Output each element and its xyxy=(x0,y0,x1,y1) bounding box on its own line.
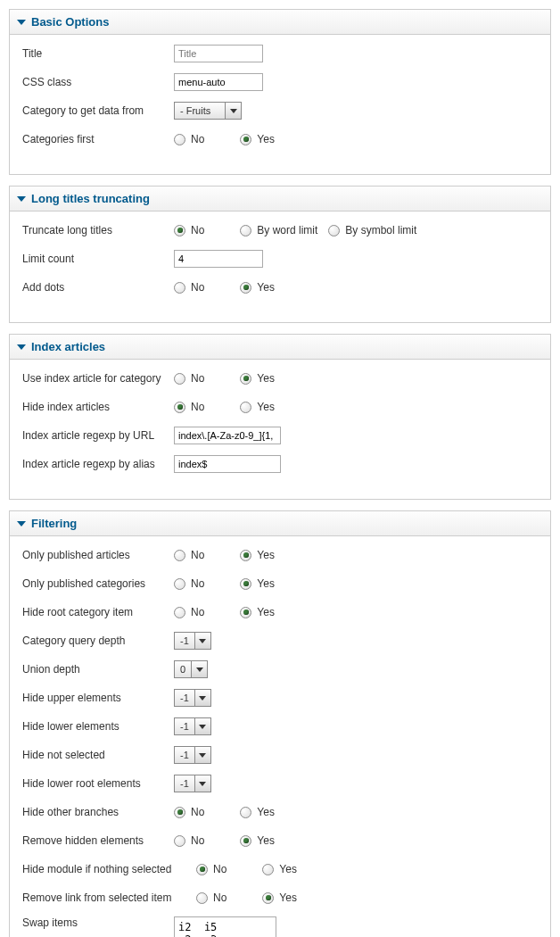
panel-header-basic[interactable]: Basic Options xyxy=(10,10,550,35)
label-hide-module: Hide module if nothing selected xyxy=(22,863,196,875)
radio-label-no: No xyxy=(213,891,226,904)
label-hide-lower-root: Hide lower root elements xyxy=(22,777,174,790)
panel-header-truncate[interactable]: Long titles truncating xyxy=(10,187,550,211)
radio-label-yes: Yes xyxy=(279,863,297,875)
label-categories-first: Categories first xyxy=(22,133,174,145)
title-input[interactable] xyxy=(174,45,263,62)
radio-remove-link-no[interactable] xyxy=(196,892,208,904)
radio-label-yes: Yes xyxy=(279,891,297,904)
label-hide-not-selected: Hide not selected xyxy=(22,749,174,761)
chevron-down-icon xyxy=(17,521,26,527)
dropdown-icon xyxy=(194,775,210,792)
radio-label: By symbol limit xyxy=(345,224,416,236)
radio-only-pub-articles-no[interactable] xyxy=(174,550,185,561)
category-source-select[interactable]: - Fruits xyxy=(174,102,242,120)
panel-header-filtering[interactable]: Filtering xyxy=(10,511,550,536)
radio-label-no: No xyxy=(191,281,204,294)
label-swap-items: Swap items xyxy=(22,916,174,929)
radio-add-dots-no[interactable] xyxy=(174,282,185,294)
radio-hide-root-yes[interactable] xyxy=(240,607,251,618)
panel-body-filtering: Only published articles No Yes Only publ… xyxy=(10,536,550,937)
hide-not-selected-select[interactable]: -1 xyxy=(174,746,211,764)
category-depth-select[interactable]: -1 xyxy=(174,632,211,650)
panel-body-truncate: Truncate long titles No By word limit By… xyxy=(10,211,550,322)
panel-body-basic: Title CSS class Category to get data fro… xyxy=(10,35,550,174)
panel-title: Filtering xyxy=(31,517,77,530)
radio-truncate-word[interactable] xyxy=(240,225,251,236)
radio-use-index-no[interactable] xyxy=(174,373,185,385)
radio-use-index-yes[interactable] xyxy=(240,373,251,385)
select-value: -1 xyxy=(175,692,194,703)
swap-items-textarea[interactable] xyxy=(174,916,276,937)
label-use-index: Use index article for category xyxy=(22,372,174,385)
radio-label-yes: Yes xyxy=(257,372,275,385)
chevron-down-icon xyxy=(17,344,26,350)
panel-title: Basic Options xyxy=(31,15,109,29)
radio-label-no: No xyxy=(191,549,204,561)
radio-hide-other-no[interactable] xyxy=(174,807,185,818)
select-value: -1 xyxy=(175,750,194,760)
radio-hide-index-yes[interactable] xyxy=(240,402,251,413)
radio-label-no: No xyxy=(191,577,204,590)
radio-remove-link-yes[interactable] xyxy=(262,892,274,904)
radio-categories-first-no[interactable] xyxy=(174,134,185,145)
label-category-source: Category to get data from xyxy=(22,104,174,117)
label-hide-other-branches: Hide other branches xyxy=(22,806,174,818)
radio-categories-first-yes[interactable] xyxy=(240,134,251,145)
radio-add-dots-yes[interactable] xyxy=(240,282,251,294)
radio-hide-other-yes[interactable] xyxy=(240,807,251,818)
hide-lower-root-select[interactable]: -1 xyxy=(174,775,211,792)
radio-remove-hidden-yes[interactable] xyxy=(240,835,251,847)
radio-only-pub-articles-yes[interactable] xyxy=(240,550,251,561)
radio-label-no: No xyxy=(191,834,204,847)
regexp-alias-input[interactable] xyxy=(174,455,281,473)
hide-upper-select[interactable]: -1 xyxy=(174,689,211,707)
radio-label: By word limit xyxy=(257,224,317,236)
select-value: - Fruits xyxy=(175,105,225,116)
radio-hide-module-yes[interactable] xyxy=(262,864,274,875)
radio-truncate-no[interactable] xyxy=(174,225,185,236)
label-hide-lower: Hide lower elements xyxy=(22,720,174,733)
dropdown-icon xyxy=(194,747,210,763)
radio-label-no: No xyxy=(191,401,204,413)
panel-index-articles: Index articles Use index article for cat… xyxy=(9,334,551,500)
radio-label-yes: Yes xyxy=(257,133,275,145)
panel-header-index[interactable]: Index articles xyxy=(10,335,550,360)
dropdown-icon xyxy=(194,690,210,706)
radio-label-yes: Yes xyxy=(257,281,275,294)
hide-lower-select[interactable]: -1 xyxy=(174,717,211,735)
label-add-dots: Add dots xyxy=(22,281,174,294)
chevron-down-icon xyxy=(17,196,26,202)
select-value: -1 xyxy=(175,778,194,789)
panel-title: Long titles truncating xyxy=(31,192,150,205)
css-class-input[interactable] xyxy=(174,73,263,91)
label-hide-root: Hide root category item xyxy=(22,606,174,618)
dropdown-icon xyxy=(225,103,241,119)
limit-count-input[interactable] xyxy=(174,250,263,268)
label-hide-upper: Hide upper elements xyxy=(22,692,174,704)
dropdown-icon xyxy=(191,661,207,677)
union-depth-select[interactable]: 0 xyxy=(174,660,208,678)
select-value: -1 xyxy=(175,635,194,646)
label-regexp-alias: Index article regexp by alias xyxy=(22,458,174,470)
label-only-pub-articles: Only published articles xyxy=(22,549,174,561)
radio-only-pub-cats-yes[interactable] xyxy=(240,578,251,590)
radio-remove-hidden-no[interactable] xyxy=(174,835,185,847)
label-css-class: CSS class xyxy=(22,76,174,88)
radio-truncate-symbol[interactable] xyxy=(328,225,340,236)
radio-hide-root-no[interactable] xyxy=(174,607,185,618)
label-remove-link: Remove link from selected item xyxy=(22,891,196,904)
radio-label-yes: Yes xyxy=(257,577,275,590)
regexp-url-input[interactable] xyxy=(174,427,281,444)
select-value: 0 xyxy=(175,664,191,675)
radio-only-pub-cats-no[interactable] xyxy=(174,578,185,590)
panel-filtering: Filtering Only published articles No Yes… xyxy=(9,510,551,937)
radio-hide-index-no[interactable] xyxy=(174,402,185,413)
select-value: -1 xyxy=(175,721,194,732)
radio-hide-module-no[interactable] xyxy=(196,864,208,875)
radio-label-yes: Yes xyxy=(257,834,275,847)
label-only-pub-categories: Only published categories xyxy=(22,577,174,590)
radio-label-yes: Yes xyxy=(257,549,275,561)
radio-label-no: No xyxy=(213,863,226,875)
label-title: Title xyxy=(22,47,174,60)
